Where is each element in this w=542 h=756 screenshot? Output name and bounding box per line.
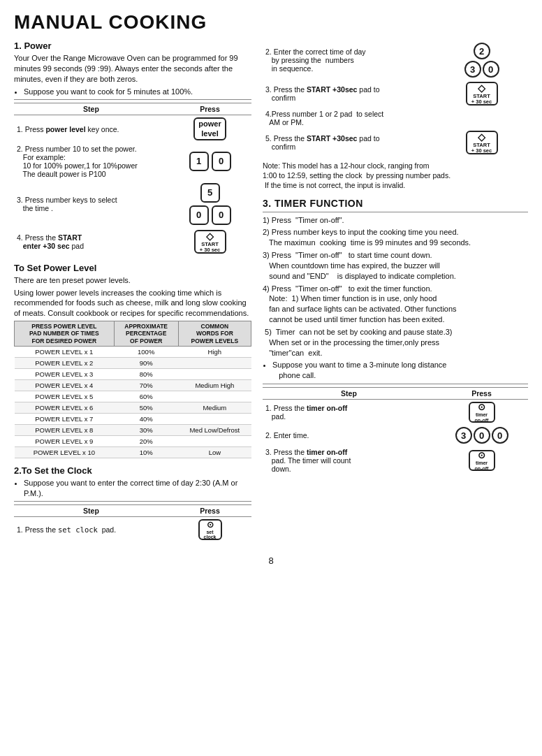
set-clock-heading: 2.To Set the Clock <box>14 465 251 476</box>
start-key[interactable]: ◇ START+ 30 sec <box>194 230 226 254</box>
press-cell: ◇ START+ 30 sec <box>168 228 251 256</box>
table-cell: POWER LEVEL x 3 <box>15 368 115 379</box>
step-text: 2. Enter time. <box>263 425 435 446</box>
start-arrow: ◇ <box>206 231 214 242</box>
table-row: POWER LEVEL x 740% <box>15 413 251 424</box>
setclock-code: set clock <box>58 525 98 534</box>
timer-item-1: 1) Press "Timer on-off". <box>263 215 528 226</box>
col-press: Press <box>168 103 251 115</box>
set-clock-bullet: Suppose you want to enter the correct ti… <box>24 478 251 499</box>
start-label3: START+ 30 sec <box>471 143 492 154</box>
table-cell: POWER LEVEL x 9 <box>15 435 115 446</box>
timer-on-off-bold: timer on-off <box>307 404 347 412</box>
col-words: COMMONWORDS FORPOWER LEVELS <box>178 321 251 347</box>
press-cell: 5 0 0 <box>168 180 251 228</box>
press-cell: ◇ START+ 30 sec <box>435 129 528 157</box>
step-text: 1. Press the set clock pad. <box>14 517 168 543</box>
table-cell: 30% <box>114 424 178 435</box>
table-row: POWER LEVEL x 1010%Low <box>15 446 251 458</box>
key-2[interactable]: 2 <box>474 43 490 59</box>
table-cell: 40% <box>114 413 178 424</box>
clock-note: Note: This model has a 12-hour clock, ra… <box>263 161 528 191</box>
table-row: 3. Press the START +30sec pad to confirm… <box>263 80 528 108</box>
table-cell: 10% <box>114 446 178 458</box>
clock-right-table: 2. Enter the correct time of day by pres… <box>263 41 528 157</box>
enter-bold: enter +30 sec <box>23 242 70 250</box>
table-row: POWER LEVEL x 560% <box>15 391 251 402</box>
timer-label2: timeron-off <box>475 460 489 471</box>
press-cell: ⊙ timeron-off <box>435 400 528 426</box>
timer-heading: 3. TIMER FUNCTION <box>263 198 528 209</box>
power-description: Your Over the Range Microwave Oven can b… <box>14 53 251 85</box>
table-row: POWER LEVEL x 650%Medium <box>15 402 251 413</box>
table-row: POWER LEVEL x 1100%High <box>15 346 251 357</box>
table-cell <box>178 435 251 446</box>
table-cell: POWER LEVEL x 5 <box>15 391 115 402</box>
table-cell: High <box>178 346 251 357</box>
power-bullet: Suppose you want to cook for 5 minutes a… <box>24 87 251 97</box>
key-0[interactable]: 0 <box>212 152 231 171</box>
step-text: 5. Press the START +30sec pad to confirm <box>263 129 435 157</box>
power-level-key[interactable]: powerlevel <box>193 117 226 140</box>
table-cell: 20% <box>114 435 178 446</box>
table-cell: POWER LEVEL x 6 <box>15 402 115 413</box>
power-section: 1. Power Your Over the Range Microwave O… <box>14 41 251 256</box>
table-cell <box>178 413 251 424</box>
timer-on-off-key2[interactable]: ⊙ timeron-off <box>469 450 495 471</box>
table-row: POWER LEVEL x 380% <box>15 368 251 379</box>
start-bold3: START +30sec <box>307 134 357 143</box>
power-step-table: Step Press 1. Press power level key once… <box>14 103 251 255</box>
clock-step-table: Step Press 1. Press the set clock pad. ⊙… <box>14 504 251 542</box>
timer-label: timeron-off <box>475 412 489 423</box>
timer-circle-icon2: ⊙ <box>478 450 485 460</box>
timer-section: 3. TIMER FUNCTION 1) Press "Timer on-off… <box>263 198 528 476</box>
col-press: Press <box>168 505 251 517</box>
col-pct: APPROXIMATEPERCENTAGEOF POWER <box>114 321 178 347</box>
timer-on-off-key[interactable]: ⊙ timeron-off <box>469 402 495 423</box>
table-cell <box>178 391 251 402</box>
key-3[interactable]: 3 <box>464 61 481 78</box>
timer-item-4: 4) Press "Timer on-off" to exit the time… <box>263 284 528 325</box>
clock-circle-icon: ⊙ <box>207 520 214 530</box>
table-row: POWER LEVEL x 290% <box>15 357 251 368</box>
key-5[interactable]: 5 <box>200 183 220 203</box>
start-key2[interactable]: ◇ START+ 30 sec <box>466 82 498 106</box>
step-text: 2. Enter the correct time of day by pres… <box>263 41 435 80</box>
table-cell: 50% <box>114 402 178 413</box>
table-cell: POWER LEVEL x 8 <box>15 424 115 435</box>
table-cell: Med Low/Defrost <box>178 424 251 435</box>
key-0t2[interactable]: 0 <box>492 427 508 444</box>
step-text: 3. Press the START +30sec pad to confirm <box>263 80 435 108</box>
press-cell: powerlevel <box>168 115 251 143</box>
power-level-text: power level <box>45 125 85 133</box>
set-clock-key[interactable]: ⊙ setclock <box>198 519 222 540</box>
col-step: Step <box>263 388 435 400</box>
col-step: Step <box>14 505 168 517</box>
col-pad: PRESS POWER LEVELPAD NUMBER OF TIMESFOR … <box>15 321 115 347</box>
power-level-table: PRESS POWER LEVELPAD NUMBER OF TIMESFOR … <box>14 321 251 458</box>
key-0a[interactable]: 0 <box>189 205 209 225</box>
col-press: Press <box>435 388 528 400</box>
step-text: 1. Press the timer on-off pad. <box>263 400 435 426</box>
table-cell <box>178 357 251 368</box>
table-row: POWER LEVEL x 830%Med Low/Defrost <box>15 424 251 435</box>
key-0[interactable]: 0 <box>483 61 499 78</box>
key-0b[interactable]: 0 <box>212 205 231 225</box>
set-power-heading: To Set Power Level <box>14 263 251 273</box>
table-cell: Medium <box>178 402 251 413</box>
set-power-desc1: There are ten preset power levels. <box>14 275 251 286</box>
set-clock-section: 2.To Set the Clock Suppose you want to e… <box>14 465 251 543</box>
press-cell: 1 0 <box>168 143 251 180</box>
table-cell: POWER LEVEL x 1 <box>15 346 115 357</box>
step-text: 4.Press number 1 or 2 pad to select AM o… <box>263 108 435 129</box>
key-3t[interactable]: 3 <box>455 427 472 444</box>
col-step: Step <box>14 103 168 115</box>
table-row: POWER LEVEL x 470%Medium High <box>15 379 251 391</box>
table-cell: 90% <box>114 357 178 368</box>
key-0t1[interactable]: 0 <box>474 427 490 444</box>
table-row: POWER LEVEL x 920% <box>15 435 251 446</box>
timer-item-3: 3) Press "Timer on-off" to start time co… <box>263 250 528 282</box>
press-cell: 2 3 0 <box>435 41 528 80</box>
key-1[interactable]: 1 <box>189 152 209 171</box>
start-key3[interactable]: ◇ START+ 30 sec <box>466 131 498 154</box>
